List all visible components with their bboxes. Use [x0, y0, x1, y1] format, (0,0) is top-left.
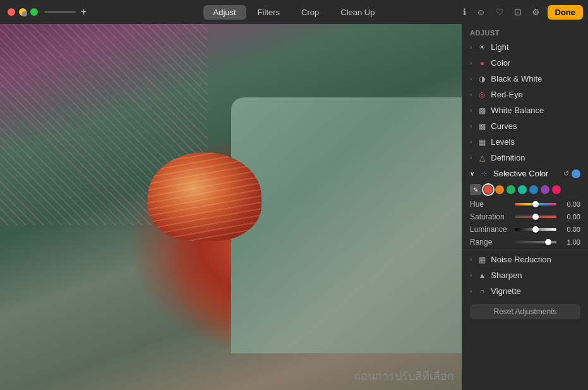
hue-slider[interactable]	[515, 203, 556, 205]
emoji-icon[interactable]: ☺	[474, 6, 488, 18]
color-label: Color	[491, 58, 510, 68]
sc-controls: ↺	[563, 169, 580, 178]
saturation-value: 0.00	[560, 213, 580, 221]
luminance-label: Luminance	[470, 225, 511, 234]
tab-adjust[interactable]: Adjust	[203, 5, 246, 20]
chevron-right-icon: ›	[470, 288, 472, 295]
adjust-item-definition[interactable]: › △ Definition	[462, 150, 588, 166]
noise-label: Noise Reduction	[491, 255, 551, 264]
saturation-handle[interactable]	[532, 214, 539, 220]
saturation-row: Saturation 0.00	[462, 210, 588, 223]
luminance-row: Luminance 0.00	[462, 223, 588, 236]
color-dot-red[interactable]	[484, 185, 493, 194]
sc-reset-icon[interactable]: ↺	[563, 169, 569, 178]
info-icon[interactable]: ℹ	[460, 6, 469, 18]
adjust-item-light[interactable]: › ☀ Light	[462, 39, 588, 55]
tab-cleanup[interactable]: Clean Up	[330, 5, 385, 20]
definition-icon: △	[477, 154, 487, 162]
adjust-item-bw[interactable]: › ◑ Black & White	[462, 71, 588, 87]
luminance-value: 0.00	[560, 226, 580, 233]
range-row: Range 1.00	[462, 236, 588, 248]
adjust-item-color[interactable]: › ● Color	[462, 55, 588, 71]
wb-label: White Balance	[491, 106, 544, 115]
hue-row: Hue 0.00	[462, 198, 588, 210]
levels-icon: ▦	[477, 138, 487, 147]
color-tools: ✎	[462, 181, 588, 198]
nav-tabs: Adjust Filters Crop Clean Up	[203, 5, 385, 20]
hue-value: 0.00	[560, 200, 580, 208]
adjust-item-curves[interactable]: › ▩ Curves	[462, 118, 588, 134]
right-panel: ADJUST › ☀ Light › ● Color › ◑ Black & W…	[462, 24, 588, 390]
definition-label: Definition	[491, 153, 525, 162]
sharpen-icon: ▲	[477, 271, 487, 280]
redeye-icon: ◎	[477, 90, 487, 99]
color-dot-teal[interactable]	[518, 185, 527, 194]
share-icon[interactable]: ⊡	[512, 6, 524, 18]
hue-handle[interactable]	[532, 201, 539, 207]
range-value: 1.00	[560, 238, 580, 246]
saturation-label: Saturation	[470, 212, 511, 221]
range-handle[interactable]	[545, 239, 551, 245]
color-dot-purple[interactable]	[541, 185, 549, 194]
chevron-down-icon: ∨	[470, 170, 474, 177]
range-slider[interactable]	[515, 241, 556, 243]
adjust-item-selective-color[interactable]: ∨ ⁘ Selective Color ↺	[462, 166, 588, 181]
adjust-item-vignette[interactable]: › ○ Vignette	[462, 283, 588, 299]
chevron-right-icon: ›	[470, 272, 472, 279]
chevron-right-icon: ›	[470, 91, 472, 98]
eyedropper-button[interactable]: ✎	[470, 184, 481, 195]
selective-color-section: ∨ ⁘ Selective Color ↺ ✎ Hue 0.00	[462, 166, 588, 248]
adjust-item-sharpen[interactable]: › ▲ Sharpen	[462, 267, 588, 283]
range-label: Range	[470, 238, 511, 247]
redeye-label: Red-Eye	[491, 90, 523, 99]
zoom-thumb	[22, 11, 27, 16]
saturation-slider[interactable]	[515, 216, 556, 218]
zoom-track	[44, 11, 76, 13]
vignette-label: Vignette	[491, 286, 520, 296]
chevron-right-icon: ›	[470, 59, 472, 66]
photo-area: ก่อนการปรับสีที่เลือก	[0, 24, 462, 390]
close-button[interactable]	[8, 8, 15, 16]
settings-icon[interactable]: ⚙	[529, 6, 543, 18]
color-dot-green[interactable]	[507, 185, 515, 194]
done-button[interactable]: Done	[548, 5, 584, 20]
tab-crop[interactable]: Crop	[291, 5, 329, 20]
chevron-right-icon: ›	[470, 107, 472, 114]
chevron-right-icon: ›	[470, 44, 472, 51]
tab-filters[interactable]: Filters	[248, 5, 290, 20]
heart-icon[interactable]: ♡	[493, 6, 507, 18]
color-dot-pink[interactable]	[552, 185, 561, 194]
divider	[462, 250, 588, 250]
chevron-right-icon: ›	[470, 256, 472, 263]
panel-header: ADJUST	[462, 24, 588, 39]
light-label: Light	[491, 42, 508, 52]
luminance-slider[interactable]	[515, 228, 556, 231]
light-icon: ☀	[477, 43, 487, 52]
sc-circle-icon[interactable]	[572, 169, 580, 178]
color-dot-orange[interactable]	[495, 185, 504, 194]
bw-label: Black & White	[491, 74, 542, 83]
curves-label: Curves	[491, 121, 517, 131]
zoom-slider[interactable]: +	[44, 6, 87, 18]
reset-adjustments-button[interactable]: Reset Adjustments	[470, 304, 580, 319]
adjust-item-redeye[interactable]: › ◎ Red-Eye	[462, 87, 588, 102]
zoom-plus-icon[interactable]: +	[81, 6, 87, 18]
chevron-right-icon: ›	[470, 123, 472, 130]
levels-label: Levels	[491, 137, 515, 147]
chevron-right-icon: ›	[470, 138, 472, 145]
color-icon: ●	[477, 59, 487, 68]
adjust-item-noise[interactable]: › ▦ Noise Reduction	[462, 252, 588, 267]
maximize-button[interactable]	[30, 8, 38, 16]
luminance-handle[interactable]	[532, 226, 539, 233]
adjust-item-whitebalance[interactable]: › ▩ White Balance	[462, 102, 588, 118]
traffic-lights	[0, 8, 38, 16]
adjust-item-levels[interactable]: › ▦ Levels	[462, 134, 588, 150]
chevron-right-icon: ›	[470, 154, 472, 161]
vignette-icon: ○	[477, 287, 487, 296]
color-dot-blue[interactable]	[529, 185, 538, 194]
chevron-right-icon: ›	[470, 75, 472, 82]
titlebar: + Adjust Filters Crop Clean Up ℹ ☺ ♡ ⊡ ⚙…	[0, 0, 588, 24]
selective-color-icon: ⁘	[479, 169, 489, 178]
hue-label: Hue	[470, 200, 511, 209]
selective-color-label: Selective Color	[493, 169, 548, 178]
